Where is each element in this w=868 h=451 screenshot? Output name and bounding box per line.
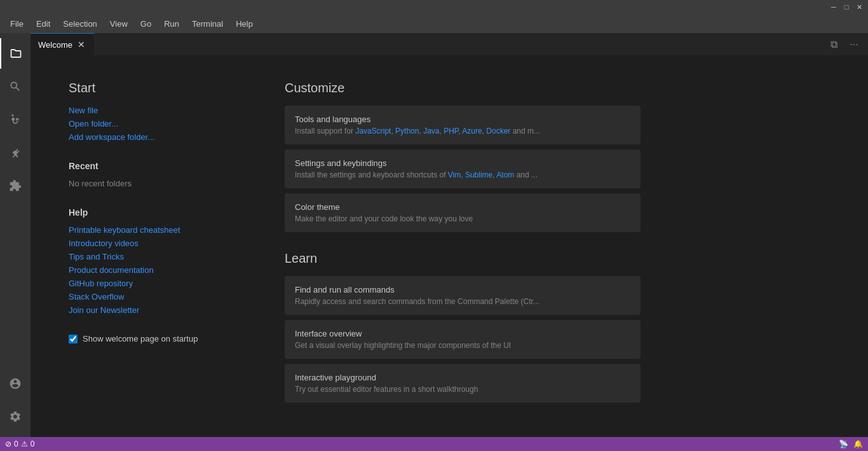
- menubar: File Edit Selection View Go Run Terminal…: [0, 14, 868, 33]
- recent-title: Recent: [69, 161, 247, 171]
- menu-view[interactable]: View: [105, 17, 133, 31]
- status-bar: ⊘ 0 ⚠ 0 📡 🔔: [0, 437, 868, 451]
- editor-area: Welcome ✕ ⧉ ··· Start New file: [31, 33, 868, 437]
- activity-run-debug[interactable]: [0, 137, 31, 168]
- introductory-videos-link[interactable]: Introductory videos: [69, 239, 247, 248]
- welcome-left: Start New file Open folder... Add worksp…: [69, 81, 247, 408]
- azure-highlight: Azure: [462, 127, 482, 135]
- settings-keybindings-desc: Install the settings and keyboard shortc…: [295, 170, 630, 179]
- startup-label[interactable]: Show welcome page on startup: [83, 334, 198, 343]
- add-workspace-link[interactable]: Add workspace folder...: [69, 132, 247, 142]
- interface-overview-title: Interface overview: [295, 329, 630, 338]
- php-highlight: PHP: [444, 127, 458, 135]
- stack-overflow-link[interactable]: Stack Overflow: [69, 292, 247, 302]
- tab-welcome[interactable]: Welcome ✕: [31, 33, 95, 55]
- tab-close-icon[interactable]: ✕: [76, 39, 86, 50]
- main-layout: Welcome ✕ ⧉ ··· Start New file: [0, 33, 868, 437]
- activity-bar-top: [0, 38, 31, 368]
- sublime-highlight: Sublime: [465, 170, 492, 179]
- github-repo-link[interactable]: GitHub repository: [69, 279, 247, 288]
- tools-languages-card[interactable]: Tools and languages Install support for …: [285, 106, 641, 144]
- errors-status[interactable]: ⊘ 0 ⚠ 0: [5, 440, 34, 448]
- activity-explorer[interactable]: [0, 38, 31, 69]
- activity-bar: [0, 33, 31, 437]
- tools-languages-title: Tools and languages: [295, 114, 630, 124]
- color-theme-desc: Make the editor and your code look the w…: [295, 214, 630, 223]
- more-actions-button[interactable]: ···: [845, 36, 863, 53]
- newsletter-link[interactable]: Join our Newsletter: [69, 305, 247, 315]
- tips-tricks-link[interactable]: Tips and Tricks: [69, 252, 247, 261]
- start-title: Start: [69, 81, 247, 95]
- vim-highlight: Vim: [448, 170, 461, 179]
- activity-search[interactable]: [0, 71, 31, 102]
- activity-extensions[interactable]: [0, 170, 31, 201]
- settings-keybindings-title: Settings and keybindings: [295, 158, 630, 168]
- menu-file[interactable]: File: [5, 17, 29, 31]
- maximize-button[interactable]: □: [843, 3, 850, 11]
- close-button[interactable]: ✕: [855, 3, 863, 11]
- find-run-commands-title: Find and run all commands: [295, 285, 630, 295]
- welcome-right: Customize Tools and languages Install su…: [285, 81, 641, 408]
- warning-count: 0: [31, 440, 35, 448]
- menu-run[interactable]: Run: [159, 17, 184, 31]
- menu-go[interactable]: Go: [135, 17, 156, 31]
- menu-edit[interactable]: Edit: [31, 17, 55, 31]
- menu-selection[interactable]: Selection: [58, 17, 102, 31]
- startup-checkbox[interactable]: [69, 335, 78, 343]
- menu-help[interactable]: Help: [231, 17, 258, 31]
- tab-bar: Welcome ✕ ⧉ ···: [31, 33, 868, 55]
- startup-check: Show welcome page on startup: [69, 334, 247, 343]
- open-folder-link[interactable]: Open folder...: [69, 119, 247, 128]
- titlebar-controls: ─ □ ✕: [830, 3, 863, 11]
- titlebar: ─ □ ✕: [0, 0, 868, 14]
- interface-overview-desc: Get a visual overlay highlighting the ma…: [295, 341, 630, 350]
- python-highlight: Python: [395, 127, 419, 135]
- color-theme-title: Color theme: [295, 202, 630, 212]
- warning-icon: ⚠: [21, 440, 28, 448]
- status-left: ⊘ 0 ⚠ 0: [5, 440, 34, 448]
- notification-icon[interactable]: 🔔: [853, 440, 863, 448]
- product-docs-link[interactable]: Product documentation: [69, 265, 247, 275]
- help-title: Help: [69, 207, 247, 218]
- welcome-content: Start New file Open folder... Add worksp…: [31, 55, 868, 437]
- tab-welcome-label: Welcome: [38, 40, 72, 50]
- interactive-playground-card[interactable]: Interactive playground Try out essential…: [285, 364, 641, 403]
- split-editor-button[interactable]: ⧉: [825, 36, 843, 53]
- activity-account[interactable]: [0, 368, 31, 399]
- color-theme-card[interactable]: Color theme Make the editor and your cod…: [285, 193, 641, 232]
- learn-title: Learn: [285, 251, 641, 266]
- split-icon: ⧉: [831, 39, 837, 50]
- menu-terminal[interactable]: Terminal: [187, 17, 228, 31]
- more-icon: ···: [850, 39, 858, 50]
- interactive-playground-desc: Try out essential editor features in a s…: [295, 385, 630, 394]
- customize-title: Customize: [285, 81, 641, 95]
- broadcast-icon[interactable]: 📡: [839, 440, 848, 448]
- activity-settings[interactable]: [0, 401, 31, 432]
- interactive-playground-title: Interactive playground: [295, 373, 630, 382]
- find-run-commands-card[interactable]: Find and run all commands Rapidly access…: [285, 276, 641, 315]
- welcome-inner: Start New file Open folder... Add worksp…: [69, 81, 641, 408]
- status-right: 📡 🔔: [839, 440, 863, 448]
- tab-actions: ⧉ ···: [825, 33, 868, 55]
- minimize-button[interactable]: ─: [830, 3, 837, 11]
- java-highlight: Java: [423, 127, 439, 135]
- docker-highlight: Docker: [486, 127, 510, 135]
- interface-overview-card[interactable]: Interface overview Get a visual overlay …: [285, 320, 641, 359]
- tools-languages-desc: Install support for JavaScript, Python, …: [295, 127, 630, 135]
- js-highlight: JavaScript: [355, 127, 391, 135]
- no-recent-text: No recent folders: [69, 179, 247, 188]
- error-count: 0: [14, 440, 18, 448]
- atom-highlight: Atom: [496, 170, 514, 179]
- settings-keybindings-card[interactable]: Settings and keybindings Install the set…: [285, 149, 641, 188]
- activity-bar-bottom: [0, 368, 31, 432]
- new-file-link[interactable]: New file: [69, 106, 247, 115]
- error-icon: ⊘: [5, 440, 11, 448]
- find-run-commands-desc: Rapidly access and search commands from …: [295, 297, 630, 306]
- keyboard-cheatsheet-link[interactable]: Printable keyboard cheatsheet: [69, 225, 247, 235]
- activity-source-control[interactable]: [0, 104, 31, 135]
